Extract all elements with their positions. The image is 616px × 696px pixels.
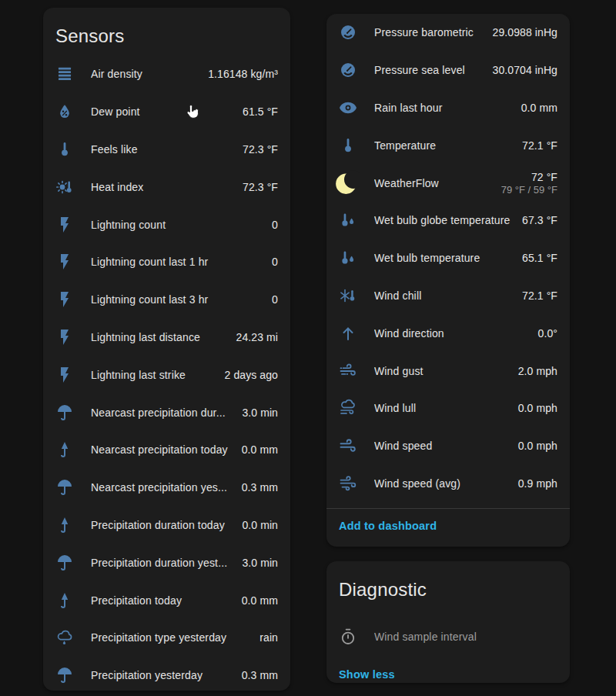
sensor-value: 0.9 mph	[518, 477, 557, 490]
sensor-row[interactable]: Wind lull 0.0 mph	[326, 390, 570, 427]
moon-icon	[339, 174, 357, 192]
water-percent-icon	[55, 102, 74, 121]
sensor-label: Nearcast precipitation dur...	[91, 407, 236, 419]
sensor-label: Heat index	[91, 181, 236, 193]
cloud-wind-icon	[339, 399, 357, 417]
sensor-value: 72.3 °F	[243, 181, 278, 193]
sensor-row[interactable]: Precipitation today 0.0 mm	[43, 581, 290, 619]
sensor-row[interactable]: Wind sample interval	[326, 618, 570, 656]
sensor-label: Precipitation duration yest...	[91, 557, 236, 569]
show-less-button[interactable]: Show less	[339, 668, 395, 681]
sensor-label: Precipitation today	[91, 594, 236, 607]
sensor-row[interactable]: Wind chill 72.1 °F	[326, 277, 570, 315]
sensor-value: 0.0 mm	[521, 102, 557, 114]
diagnostic-card: Diagnostic Wind sample interval Show les…	[326, 561, 570, 683]
sensor-row[interactable]: Lightning last distance 24.23 mi	[43, 319, 290, 356]
sensor-row[interactable]: Air density 1.16148 kg/m³	[43, 55, 290, 93]
sensor-label: Wind speed (avg)	[374, 477, 512, 490]
sensor-row[interactable]: Precipitation type yesterday rain	[43, 619, 290, 657]
sensor-label: Rain last hour	[374, 102, 515, 114]
sensor-label: Pressure sea level	[374, 64, 487, 76]
sensor-label: Dew point	[91, 105, 236, 118]
flash-icon	[55, 253, 74, 271]
windy-avg-icon	[339, 474, 357, 493]
sensor-label: Wind direction	[374, 327, 532, 340]
sensor-row[interactable]: Wind speed 0.0 mph	[326, 427, 570, 465]
sensor-label: Lightning count last 3 hr	[91, 293, 266, 306]
diagnostic-card-title: Diagnostic	[326, 561, 570, 609]
sensor-row[interactable]: Feels like 72.3 °F	[43, 131, 290, 169]
sensor-label: WeatherFlow	[374, 177, 495, 189]
sensor-row[interactable]: Precipitation duration yest... 3.0 min	[43, 544, 290, 581]
snowflake-thermometer-icon	[339, 286, 357, 305]
sensor-row[interactable]: Temperature 72.1 °F	[326, 126, 570, 164]
gauge-icon	[339, 23, 357, 42]
sensor-value: 72.1 °F	[522, 289, 557, 302]
thermometer-icon	[55, 140, 74, 159]
windy-icon	[339, 437, 357, 455]
sensor-row[interactable]: Lightning last strike 2 days ago	[43, 356, 290, 393]
add-to-dashboard-button[interactable]: Add to dashboard	[339, 520, 437, 532]
sensor-label: Temperature	[374, 139, 516, 152]
sensor-row[interactable]: Nearcast precipitation yes... 0.3 mm	[43, 469, 290, 507]
umbrella-closed-icon	[55, 516, 74, 534]
sensor-row[interactable]: Heat index 72.3 °F	[43, 168, 290, 206]
sensor-row[interactable]: Dew point 61.5 °F	[43, 93, 290, 131]
sensor-value: 0.0°	[538, 327, 557, 340]
umbrella-closed-icon	[55, 591, 74, 610]
sun-thermometer-icon	[55, 178, 74, 196]
sensor-row[interactable]: Wind direction 0.0°	[326, 314, 570, 352]
sensor-value: 67.3 °F	[522, 214, 557, 226]
density-icon	[55, 65, 74, 83]
sensors-card-continued: Pressure barometric 29.0988 inHg Pressur…	[326, 14, 570, 547]
sensor-row[interactable]: Nearcast precipitation today 0.0 mm	[43, 431, 290, 469]
sensor-row[interactable]: Pressure sea level 30.0704 inHg	[326, 52, 570, 89]
sensor-label: Wind sample interval	[374, 631, 551, 643]
flash-icon	[55, 328, 74, 346]
sensor-value: 2.0 mph	[518, 365, 557, 377]
sensor-row[interactable]: Rain last hour 0.0 mm	[326, 89, 570, 127]
sensors-card: Sensors Air density 1.16148 kg/m³ Dew po…	[43, 8, 290, 691]
sensor-label: Pressure barometric	[374, 26, 487, 38]
sensor-label: Lightning last strike	[91, 369, 219, 381]
sensor-value: 29.0988 inHg	[493, 26, 558, 38]
sensor-row[interactable]: Wet bulb globe temperature 67.3 °F	[326, 202, 570, 239]
sensor-row[interactable]: Lightning count 0	[43, 206, 290, 243]
sensor-value: 0	[272, 293, 278, 306]
sensor-row[interactable]: Pressure barometric 29.0988 inHg	[326, 14, 570, 52]
sensor-value: 24.23 mi	[236, 331, 279, 343]
sensor-label: Wet bulb temperature	[374, 252, 516, 264]
sensor-label: Air density	[91, 68, 202, 80]
sensor-row[interactable]: Nearcast precipitation dur... 3.0 min	[43, 393, 290, 431]
sensors-rows: Air density 1.16148 kg/m³ Dew point 61.5…	[43, 55, 290, 691]
sensor-value: 72.3 °F	[243, 143, 278, 156]
sensor-label: Precipitation type yesterday	[91, 631, 253, 644]
sensor-label: Lightning count last 1 hr	[91, 256, 266, 268]
sensor-label: Nearcast precipitation yes...	[91, 481, 236, 494]
sensor-row[interactable]: Lightning count last 3 hr 0	[43, 281, 290, 319]
sensor-row[interactable]: Precipitation duration today 0.0 min	[43, 507, 290, 544]
sensor-value: 30.0704 inHg	[493, 64, 558, 76]
sensor-value: 0.0 mph	[518, 402, 557, 414]
thermometer-drop-icon	[339, 249, 357, 267]
sensor-row[interactable]: WeatherFlow 72 °F 79 °F / 59 °F	[326, 164, 570, 202]
sensor-row[interactable]: Lightning count last 1 hr 0	[43, 243, 290, 281]
sensor-label: Lightning last distance	[91, 331, 230, 343]
thermometer-icon	[339, 136, 357, 155]
sensor-label: Wind lull	[374, 402, 512, 414]
sensor-label: Nearcast precipitation today	[91, 443, 236, 456]
sensor-row[interactable]: Wet bulb temperature 65.1 °F	[326, 239, 570, 277]
arrow-up-icon	[339, 324, 357, 343]
sensor-label: Wind chill	[374, 289, 516, 302]
sensor-value: 72 °F	[501, 171, 557, 183]
sensor-value: 61.5 °F	[243, 105, 278, 118]
gauge-icon	[339, 61, 357, 79]
diagnostic-rows: Wind sample interval	[326, 618, 570, 656]
sensor-row[interactable]: Precipitation yesterday 0.3 mm	[43, 657, 290, 691]
sensor-row[interactable]: Wind speed (avg) 0.9 mph	[326, 465, 570, 503]
sensor-row[interactable]: Wind gust 2.0 mph	[326, 352, 570, 390]
weather-rainy-icon	[55, 628, 74, 647]
sensor-value: 1.16148 kg/m³	[208, 68, 278, 80]
sensor-value: 0	[272, 256, 278, 268]
sensor-label: Precipitation duration today	[91, 519, 236, 531]
